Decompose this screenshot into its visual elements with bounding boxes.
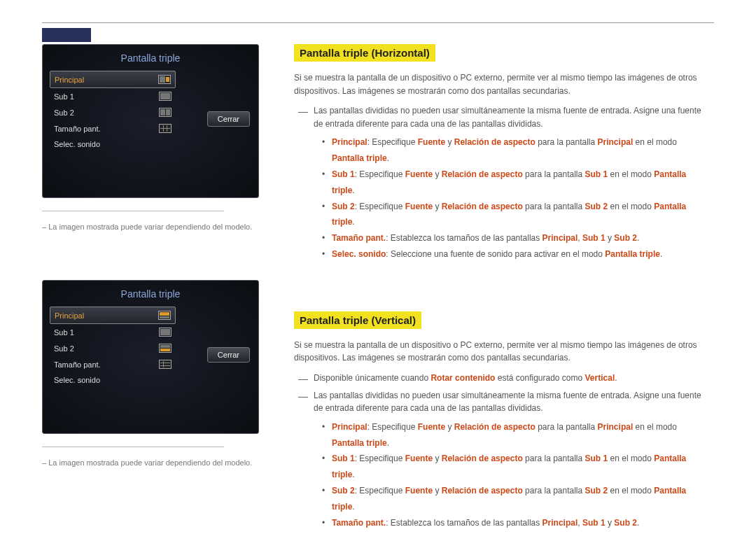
list-item: Sub 1: Especifique Fuente y Relación de … — [322, 451, 707, 483]
osd-item-size[interactable]: Tamaño pant. — [50, 120, 176, 136]
osd-item-label: Tamaño pant. — [54, 360, 101, 369]
bullet-list: Principal: Especifique Fuente y Relación… — [322, 419, 707, 534]
osd-item-sound[interactable]: Selec. sonido — [50, 136, 176, 152]
osd-item-size[interactable]: Tamaño pant. — [50, 356, 176, 372]
osd-close-button[interactable]: Cerrar — [207, 347, 250, 363]
osd-item-label: Selec. sonido — [54, 140, 100, 148]
osd-title: Pantalla triple — [50, 50, 251, 71]
image-caption: – La imagen mostrada puede variar depend… — [42, 223, 266, 231]
osd-panel-horizontal: Pantalla triple Principal Sub 1 Sub 2 — [42, 44, 259, 198]
osd-panel-vertical: Pantalla triple Principal Sub 1 Sub 2 — [42, 280, 259, 434]
osd-item-label: Sub 2 — [54, 108, 74, 117]
layout-icon-sub2-v — [159, 344, 172, 353]
osd-item-sub1[interactable]: Sub 1 — [50, 88, 176, 104]
list-item: Tamaño pant.: Establezca los tamaños de … — [322, 230, 707, 246]
osd-item-principal[interactable]: Principal — [50, 307, 176, 324]
osd-title: Pantalla triple — [50, 286, 251, 307]
layout-icon-main-v — [158, 311, 171, 320]
osd-item-sub1[interactable]: Sub 1 — [50, 324, 176, 340]
list-item: Principal: Especifique Fuente y Relación… — [322, 419, 707, 451]
layout-icon-main-h — [158, 75, 171, 84]
header-accent-bar — [42, 28, 91, 42]
layout-icon-size-v — [159, 360, 172, 369]
section-description: Si se muestra la pantalla de un disposit… — [294, 339, 707, 365]
osd-item-sound[interactable]: Selec. sonido — [50, 372, 176, 388]
section-note: Disponible únicamente cuando Rotar conte… — [294, 372, 707, 385]
list-item: Selec. sonido: Seleccione una fuente de … — [322, 246, 707, 262]
header-rule — [42, 22, 714, 23]
list-item: Sub 2: Especifique Fuente y Relación de … — [322, 199, 707, 231]
osd-item-label: Sub 2 — [54, 344, 74, 353]
list-item: Principal: Especifique Fuente y Relación… — [322, 134, 707, 167]
osd-item-sub2[interactable]: Sub 2 — [50, 340, 176, 356]
list-item: Sub 1: Especifique Fuente y Relación de … — [322, 167, 707, 199]
section-heading: Pantalla triple (Horizontal) — [294, 44, 435, 62]
osd-item-label: Sub 1 — [54, 328, 74, 337]
image-caption: – La imagen mostrada puede variar depend… — [42, 458, 266, 467]
bullet-list: Principal: Especifique Fuente y Relación… — [322, 134, 707, 262]
caption-rule — [42, 211, 224, 211]
list-item: Tamaño pant.: Establezca los tamaños de … — [322, 515, 707, 531]
osd-item-label: Tamaño pant. — [54, 125, 101, 133]
osd-item-label: Selec. sonido — [54, 376, 100, 384]
osd-item-label: Principal — [55, 76, 84, 84]
list-item: Sub 2: Especifique Fuente y Relación de … — [322, 483, 707, 515]
layout-icon-sub1-v — [159, 328, 172, 337]
layout-icon-sub2-h — [159, 108, 172, 117]
osd-item-principal[interactable]: Principal — [50, 71, 176, 88]
osd-item-label: Sub 1 — [54, 92, 74, 101]
layout-icon-size-h — [159, 124, 172, 133]
osd-item-sub2[interactable]: Sub 2 — [50, 104, 176, 120]
section-description: Si se muestra la pantalla de un disposit… — [294, 71, 707, 97]
caption-rule — [42, 447, 224, 447]
section-note: Las pantallas divididas no pueden usar s… — [294, 104, 707, 130]
list-item: Selec. sonido: Seleccione una fuente de … — [322, 531, 707, 534]
layout-icon-sub1-h — [159, 92, 172, 101]
osd-close-button[interactable]: Cerrar — [207, 111, 250, 127]
osd-item-label: Principal — [55, 311, 84, 320]
section-heading: Pantalla triple (Vertical) — [294, 311, 421, 329]
section-note: Las pantallas divididas no pueden usar s… — [294, 389, 707, 415]
